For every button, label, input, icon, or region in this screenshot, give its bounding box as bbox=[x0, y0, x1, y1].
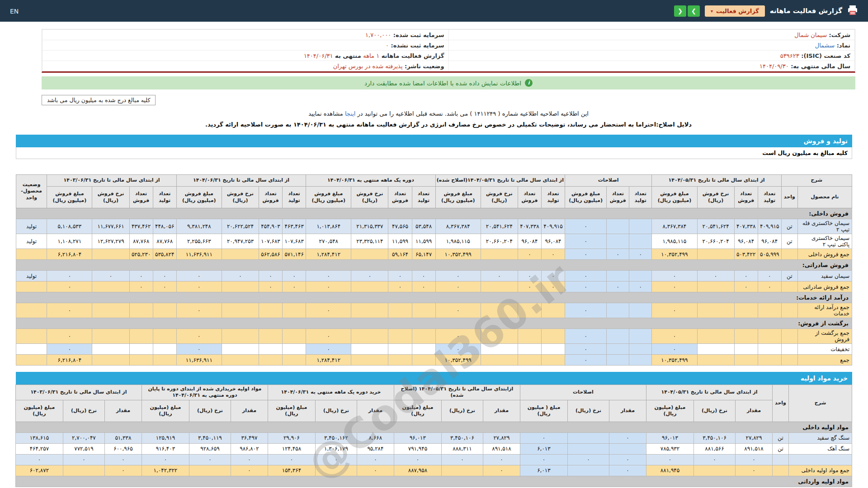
table-cell: ۲۰,۵۴۱,۶۲۴ bbox=[697, 219, 734, 234]
table-cell: ۵۲۵,۲۳۰ bbox=[129, 249, 153, 260]
table-cell: ۶,۰۱۳ bbox=[520, 465, 567, 476]
column-header: نرخ فروش (ریال) bbox=[697, 187, 734, 208]
table-cell: ۱۱,۶۳۶,۹۱۱ bbox=[176, 355, 222, 366]
column-header: نرخ (ریال) bbox=[441, 400, 483, 422]
info-row: نماد: سشمالسرمایه ثبت نشده: ۰ bbox=[42, 40, 855, 51]
column-group-header: خرید دوره یک ماهه منتهی به ۱۴۰۴/۰۶/۳۱ bbox=[268, 385, 394, 400]
table-cell: ۸۷,۷۶۸ bbox=[129, 234, 153, 249]
column-header: نرخ (ریال) bbox=[567, 400, 609, 422]
table-cell: ۹۶,۰۱۳ bbox=[646, 432, 693, 443]
column-group-header: از ابتدای سال مالی تا تاریخ ۱۴۰۴/۰۶/۳۱ bbox=[176, 175, 306, 187]
table-cell bbox=[607, 271, 629, 282]
table-cell bbox=[222, 329, 259, 344]
column-header: تعداد تولید bbox=[758, 187, 781, 208]
production-sales-table: شرحاز ابتدای سال مالی تا تاریخ ۱۴۰۴/۰۵/۳… bbox=[16, 174, 852, 366]
info-cell: شرکت: سیمان شمال bbox=[448, 30, 855, 40]
info-row: سال مالی منتهی به: ۱۴۰۴/۰۹/۳۰وضعیت ناشر:… bbox=[42, 61, 855, 71]
table-cell: جمع فروش داخلی bbox=[797, 249, 852, 260]
table-cell: ۰ bbox=[47, 303, 92, 318]
table-cell bbox=[129, 329, 153, 344]
previous-version-link[interactable]: اینجا bbox=[345, 110, 356, 117]
table-cell: ۰ bbox=[104, 465, 142, 476]
table-cell bbox=[567, 432, 609, 443]
column-group-header: شرح bbox=[781, 175, 852, 187]
table-cell: ۲۷۰,۵۴۸ bbox=[306, 234, 351, 249]
table-cell: ۵۷۱,۱۴۶ bbox=[283, 249, 306, 260]
table-cell bbox=[518, 303, 541, 318]
table-cell: ۲,۷۰۰,۰۴۷ bbox=[63, 432, 104, 443]
column-header: تعداد فروش bbox=[388, 187, 412, 208]
table-cell: ۱,۲۸۴,۴۱۲ bbox=[306, 355, 351, 366]
section-header-production-sales: تولید و فروش bbox=[16, 135, 852, 147]
table-cell: ۱۵۴,۳۶۴ bbox=[268, 465, 315, 476]
table-cell: ۱۰۷,۶۸۳ bbox=[259, 234, 283, 249]
table-cell bbox=[789, 454, 852, 465]
table-cell bbox=[694, 465, 736, 476]
next-report-button[interactable]: ❯ bbox=[688, 5, 700, 17]
table-cell: ۰ bbox=[441, 454, 483, 465]
table-cell bbox=[758, 355, 781, 366]
info-cell: گزارش فعالیت ماهانه ۱ ماهه منتهی به ۱۴۰۴… bbox=[42, 51, 449, 61]
table-cell bbox=[412, 303, 435, 318]
column-header: مبلغ (میلیون ریال) bbox=[268, 400, 315, 422]
table-cell: ۱۱,۶۷۷,۶۶۱ bbox=[92, 219, 129, 234]
table-cell: ۰ bbox=[306, 271, 351, 282]
table-cell: ۳۶,۴۹۷ bbox=[231, 432, 268, 443]
table-cell: ۰ bbox=[758, 271, 781, 282]
table-cell: ۰ bbox=[176, 329, 222, 344]
table-cell bbox=[283, 355, 306, 366]
table-cell: ۰ bbox=[520, 454, 567, 465]
table-cell: ۱۰,۳۵۲,۴۹۹ bbox=[652, 249, 697, 260]
info-cell: کد صنعت (ISIC): ۵۳۹۶۲۳ bbox=[448, 51, 855, 61]
table-cell: ۰ bbox=[231, 454, 268, 465]
table-cell: ۰ bbox=[259, 282, 283, 292]
table-cell bbox=[781, 249, 797, 260]
table-cell: ۰ bbox=[47, 271, 92, 282]
table-cell: تولید bbox=[16, 271, 47, 282]
table-cell bbox=[567, 465, 609, 476]
table-cell: ۰ bbox=[394, 454, 441, 465]
table-cell bbox=[222, 282, 259, 292]
table-cell: ۶,۲۱۶,۸۰۴ bbox=[47, 249, 92, 260]
column-header: مبلغ (میلیون ریال) bbox=[394, 400, 441, 422]
table-cell: ۰ bbox=[176, 271, 222, 282]
table-cell: ۸,۳۶۷,۳۸۴ bbox=[652, 219, 697, 234]
table-cell: ۵۰۵,۹۹۹ bbox=[758, 249, 781, 260]
navbar-left-group: EN bbox=[10, 7, 19, 15]
table-cell: ۰ bbox=[351, 271, 388, 282]
table-cell bbox=[734, 329, 758, 344]
table-cell: ۰ bbox=[629, 282, 652, 292]
language-toggle[interactable]: EN bbox=[10, 8, 19, 15]
table-cell bbox=[481, 282, 518, 292]
table-cell bbox=[351, 355, 388, 366]
table-cell bbox=[351, 303, 388, 318]
table-row: ۰۰۰۰۰۰۰۰۰۰۰۰۰۰۰۰۰۰ bbox=[15, 454, 852, 465]
table-cell: ۹۸۶,۸۰۲ bbox=[231, 443, 268, 454]
table-cell: ۰ bbox=[47, 329, 92, 344]
table-cell bbox=[283, 329, 306, 344]
table-cell: ۶۰۰,۹۶۵ bbox=[104, 443, 142, 454]
table-row: جمع درآمد ارائه خدمات۰۰۰۰۰۰ bbox=[16, 303, 852, 318]
table-cell bbox=[758, 303, 781, 318]
prev-report-button[interactable]: ❮ bbox=[674, 5, 686, 17]
table-cell bbox=[259, 303, 283, 318]
table-cell bbox=[629, 303, 652, 318]
info-cell: نماد: سشمال bbox=[448, 40, 855, 51]
revision-notice: این اطلاعیه اصلاحیه اطلاعیه شماره ( ۱۴۱۱… bbox=[42, 110, 855, 117]
table-row: جمع فروش داخلی۵۰۵,۹۹۹۵۰۳,۴۲۲۱۰,۳۵۲,۴۹۹۰۰… bbox=[16, 249, 852, 260]
column-header: تعداد فروش bbox=[259, 187, 283, 208]
raw-materials-table: شرحواحداز ابتدای سال مالی تا تاریخ ۱۴۰۴/… bbox=[15, 385, 852, 487]
table-cell bbox=[781, 329, 797, 344]
table-cell: ۱۰,۳۵۲,۴۹۹ bbox=[435, 355, 481, 366]
table-cell: ۹,۳۸۱,۲۴۸ bbox=[176, 219, 222, 234]
column-header: مقدار bbox=[736, 400, 773, 422]
table-cell bbox=[153, 303, 176, 318]
table-cell: ۰ bbox=[435, 303, 481, 318]
report-type-dropdown[interactable]: گزارش فعالیت ▾ bbox=[705, 5, 765, 17]
table-cell: تولید bbox=[16, 219, 47, 234]
column-header: مبلغ (میلیون ریال) bbox=[142, 400, 189, 422]
table-cell bbox=[697, 303, 734, 318]
table-cell: ۰ bbox=[565, 329, 607, 344]
column-header: تعداد تولید bbox=[283, 187, 306, 208]
table-cell: جمع برگشت از فروش bbox=[797, 329, 852, 344]
